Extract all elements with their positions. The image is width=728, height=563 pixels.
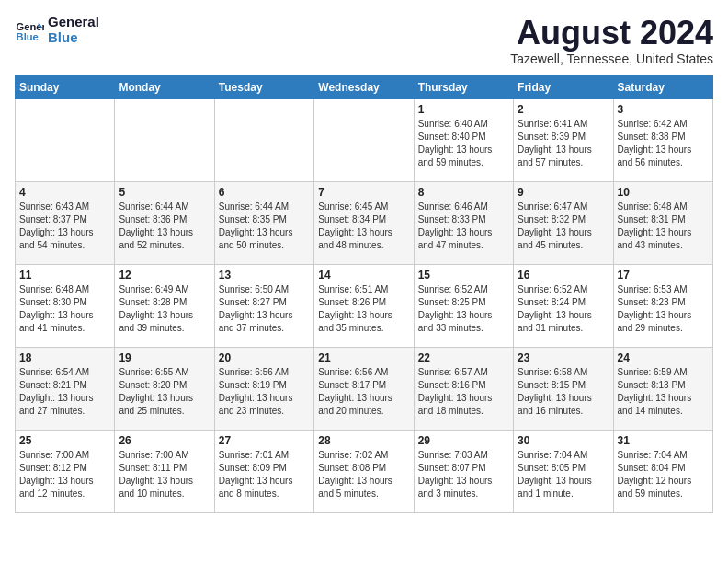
day-number: 30 bbox=[518, 434, 609, 447]
day-number: 26 bbox=[119, 434, 210, 447]
day-number: 28 bbox=[318, 434, 409, 447]
day-info: Sunrise: 7:00 AM Sunset: 8:11 PM Dayligh… bbox=[119, 449, 210, 500]
day-info: Sunrise: 6:56 AM Sunset: 8:17 PM Dayligh… bbox=[318, 366, 409, 418]
day-info: Sunrise: 6:50 AM Sunset: 8:27 PM Dayligh… bbox=[219, 283, 310, 335]
column-header-saturday: Saturday bbox=[613, 75, 712, 98]
day-info: Sunrise: 6:51 AM Sunset: 8:26 PM Dayligh… bbox=[318, 283, 409, 335]
day-number: 6 bbox=[219, 186, 310, 199]
day-number: 7 bbox=[318, 186, 409, 199]
day-info: Sunrise: 7:02 AM Sunset: 8:08 PM Dayligh… bbox=[318, 449, 409, 500]
day-number: 27 bbox=[219, 434, 310, 447]
calendar-cell: 8Sunrise: 6:46 AM Sunset: 8:33 PM Daylig… bbox=[414, 181, 513, 264]
calendar-cell: 19Sunrise: 6:55 AM Sunset: 8:20 PM Dayli… bbox=[115, 347, 214, 430]
calendar-cell: 4Sunrise: 6:43 AM Sunset: 8:37 PM Daylig… bbox=[16, 181, 115, 264]
day-info: Sunrise: 6:48 AM Sunset: 8:30 PM Dayligh… bbox=[19, 283, 110, 335]
calendar-cell: 10Sunrise: 6:48 AM Sunset: 8:31 PM Dayli… bbox=[613, 181, 712, 264]
calendar-cell: 16Sunrise: 6:52 AM Sunset: 8:24 PM Dayli… bbox=[514, 264, 613, 347]
calendar-cell: 22Sunrise: 6:57 AM Sunset: 8:16 PM Dayli… bbox=[414, 347, 513, 430]
calendar-cell: 27Sunrise: 7:01 AM Sunset: 8:09 PM Dayli… bbox=[214, 430, 313, 512]
day-info: Sunrise: 6:54 AM Sunset: 8:21 PM Dayligh… bbox=[19, 366, 110, 418]
day-info: Sunrise: 7:04 AM Sunset: 8:05 PM Dayligh… bbox=[518, 449, 609, 500]
column-header-tuesday: Tuesday bbox=[214, 75, 313, 98]
calendar-cell: 13Sunrise: 6:50 AM Sunset: 8:27 PM Dayli… bbox=[214, 264, 313, 347]
calendar-cell: 31Sunrise: 7:04 AM Sunset: 8:04 PM Dayli… bbox=[613, 430, 712, 512]
calendar-cell: 15Sunrise: 6:52 AM Sunset: 8:25 PM Dayli… bbox=[414, 264, 513, 347]
day-info: Sunrise: 6:47 AM Sunset: 8:32 PM Dayligh… bbox=[518, 201, 609, 252]
day-number: 25 bbox=[19, 434, 110, 447]
calendar-cell: 5Sunrise: 6:44 AM Sunset: 8:36 PM Daylig… bbox=[115, 181, 214, 264]
day-info: Sunrise: 7:01 AM Sunset: 8:09 PM Dayligh… bbox=[219, 449, 310, 500]
day-info: Sunrise: 6:53 AM Sunset: 8:23 PM Dayligh… bbox=[618, 283, 709, 335]
day-info: Sunrise: 6:43 AM Sunset: 8:37 PM Dayligh… bbox=[19, 201, 110, 252]
calendar-cell: 21Sunrise: 6:56 AM Sunset: 8:17 PM Dayli… bbox=[314, 347, 414, 430]
day-info: Sunrise: 7:04 AM Sunset: 8:04 PM Dayligh… bbox=[618, 449, 709, 500]
day-number: 15 bbox=[418, 269, 509, 282]
calendar-cell: 3Sunrise: 6:42 AM Sunset: 8:38 PM Daylig… bbox=[613, 98, 712, 181]
calendar-cell: 30Sunrise: 7:04 AM Sunset: 8:05 PM Dayli… bbox=[514, 430, 613, 512]
calendar-cell: 2Sunrise: 6:41 AM Sunset: 8:39 PM Daylig… bbox=[514, 98, 613, 181]
logo-icon: General Blue bbox=[15, 16, 44, 45]
day-info: Sunrise: 6:57 AM Sunset: 8:16 PM Dayligh… bbox=[418, 366, 509, 418]
calendar-cell: 11Sunrise: 6:48 AM Sunset: 8:30 PM Dayli… bbox=[16, 264, 115, 347]
calendar-title: August 2024 bbox=[510, 15, 713, 52]
day-info: Sunrise: 6:40 AM Sunset: 8:40 PM Dayligh… bbox=[418, 118, 509, 169]
day-number: 21 bbox=[318, 351, 409, 364]
day-number: 31 bbox=[618, 434, 709, 447]
day-number: 16 bbox=[518, 269, 609, 282]
day-info: Sunrise: 6:46 AM Sunset: 8:33 PM Dayligh… bbox=[418, 201, 509, 252]
day-info: Sunrise: 6:42 AM Sunset: 8:38 PM Dayligh… bbox=[618, 118, 709, 169]
calendar-cell bbox=[314, 98, 414, 181]
day-number: 23 bbox=[518, 351, 609, 364]
logo-general: General bbox=[48, 15, 99, 30]
day-number: 8 bbox=[418, 186, 509, 199]
calendar-table: SundayMondayTuesdayWednesdayThursdayFrid… bbox=[15, 75, 713, 513]
calendar-header: SundayMondayTuesdayWednesdayThursdayFrid… bbox=[16, 75, 713, 98]
day-number: 18 bbox=[19, 351, 110, 364]
day-number: 17 bbox=[618, 269, 709, 282]
day-number: 10 bbox=[618, 186, 709, 199]
column-header-friday: Friday bbox=[514, 75, 613, 98]
column-header-sunday: Sunday bbox=[16, 75, 115, 98]
calendar-cell: 28Sunrise: 7:02 AM Sunset: 8:08 PM Dayli… bbox=[314, 430, 414, 512]
calendar-cell: 24Sunrise: 6:59 AM Sunset: 8:13 PM Dayli… bbox=[613, 347, 712, 430]
day-info: Sunrise: 6:45 AM Sunset: 8:34 PM Dayligh… bbox=[318, 201, 409, 252]
calendar-cell: 20Sunrise: 6:56 AM Sunset: 8:19 PM Dayli… bbox=[214, 347, 313, 430]
day-info: Sunrise: 6:44 AM Sunset: 8:35 PM Dayligh… bbox=[219, 201, 310, 252]
day-number: 2 bbox=[518, 103, 609, 116]
day-info: Sunrise: 6:58 AM Sunset: 8:15 PM Dayligh… bbox=[518, 366, 609, 418]
calendar-cell: 26Sunrise: 7:00 AM Sunset: 8:11 PM Dayli… bbox=[115, 430, 214, 512]
calendar-cell: 9Sunrise: 6:47 AM Sunset: 8:32 PM Daylig… bbox=[514, 181, 613, 264]
calendar-body: 1Sunrise: 6:40 AM Sunset: 8:40 PM Daylig… bbox=[16, 98, 713, 512]
day-info: Sunrise: 6:48 AM Sunset: 8:31 PM Dayligh… bbox=[618, 201, 709, 252]
calendar-cell: 12Sunrise: 6:49 AM Sunset: 8:28 PM Dayli… bbox=[115, 264, 214, 347]
day-number: 11 bbox=[19, 269, 110, 282]
day-number: 4 bbox=[19, 186, 110, 199]
calendar-cell: 1Sunrise: 6:40 AM Sunset: 8:40 PM Daylig… bbox=[414, 98, 513, 181]
calendar-cell: 17Sunrise: 6:53 AM Sunset: 8:23 PM Dayli… bbox=[613, 264, 712, 347]
column-header-monday: Monday bbox=[115, 75, 214, 98]
day-info: Sunrise: 6:41 AM Sunset: 8:39 PM Dayligh… bbox=[518, 118, 609, 169]
day-number: 14 bbox=[318, 269, 409, 282]
day-number: 5 bbox=[119, 186, 210, 199]
day-info: Sunrise: 6:52 AM Sunset: 8:25 PM Dayligh… bbox=[418, 283, 509, 335]
calendar-cell bbox=[214, 98, 313, 181]
calendar-cell: 6Sunrise: 6:44 AM Sunset: 8:35 PM Daylig… bbox=[214, 181, 313, 264]
day-info: Sunrise: 6:49 AM Sunset: 8:28 PM Dayligh… bbox=[119, 283, 210, 335]
day-number: 24 bbox=[618, 351, 709, 364]
svg-text:Blue: Blue bbox=[17, 31, 39, 42]
day-number: 29 bbox=[418, 434, 509, 447]
calendar-cell bbox=[16, 98, 115, 181]
day-number: 22 bbox=[418, 351, 509, 364]
calendar-cell: 14Sunrise: 6:51 AM Sunset: 8:26 PM Dayli… bbox=[314, 264, 414, 347]
day-info: Sunrise: 7:03 AM Sunset: 8:07 PM Dayligh… bbox=[418, 449, 509, 500]
day-number: 9 bbox=[518, 186, 609, 199]
day-info: Sunrise: 6:52 AM Sunset: 8:24 PM Dayligh… bbox=[518, 283, 609, 335]
logo: General Blue General Blue bbox=[15, 15, 99, 45]
calendar-cell: 7Sunrise: 6:45 AM Sunset: 8:34 PM Daylig… bbox=[314, 181, 414, 264]
calendar-cell: 29Sunrise: 7:03 AM Sunset: 8:07 PM Dayli… bbox=[414, 430, 513, 512]
calendar-cell bbox=[115, 98, 214, 181]
day-info: Sunrise: 7:00 AM Sunset: 8:12 PM Dayligh… bbox=[19, 449, 110, 500]
day-number: 19 bbox=[119, 351, 210, 364]
calendar-subtitle: Tazewell, Tennessee, United States bbox=[510, 52, 713, 66]
column-header-thursday: Thursday bbox=[414, 75, 513, 98]
